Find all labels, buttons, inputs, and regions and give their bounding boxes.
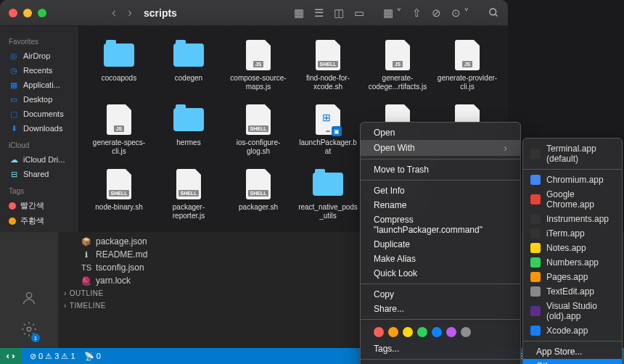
tag-row	[361, 323, 520, 342]
file-item[interactable]: JSgenerate-provider-cli.js	[432, 35, 502, 96]
menu-get-info[interactable]: Get Info	[361, 183, 520, 198]
file-icon: 🧶	[81, 276, 91, 286]
folder-icon	[173, 108, 204, 131]
account-icon[interactable]	[21, 290, 37, 310]
menu-duplicate[interactable]: Duplicate	[361, 237, 520, 252]
file-item[interactable]: SHELLnode-binary.sh	[84, 164, 154, 226]
file-item[interactable]: JScompose-source-maps.js	[223, 35, 293, 96]
app-numbers-app[interactable]: Numbers.app	[523, 255, 622, 270]
back-button[interactable]: ‹	[112, 5, 116, 20]
sidebar-item-shared[interactable]: ⊟Shared	[4, 167, 74, 181]
window-title: scripts	[144, 7, 177, 19]
sidebar-item-airdrop[interactable]: ◎AirDrop	[4, 49, 74, 63]
file-item[interactable]: JSgenerate-specs-cli.js	[84, 99, 154, 161]
cloud-icon: ☁	[9, 154, 19, 165]
file-item[interactable]: cocoapods	[84, 35, 154, 96]
document-icon: JS	[385, 40, 410, 70]
app-iterm-app[interactable]: iTerm.app	[523, 226, 622, 241]
app-notes-app[interactable]: Notes.app	[523, 241, 622, 255]
radio-status[interactable]: 📡 0	[84, 352, 101, 361]
file-item[interactable]: SHELLfind-node-for-xcode.sh	[293, 35, 363, 96]
sidebar-item-recents[interactable]: ◷Recents	[4, 63, 74, 78]
app-xcode-app[interactable]: Xcode.app	[523, 323, 622, 338]
sidebar-item-desktop[interactable]: ▭Desktop	[4, 92, 74, 107]
file-item[interactable]: codegen	[154, 35, 223, 96]
file-name: find-node-for-xcode.sh	[295, 73, 361, 92]
tag-item[interactable]: 주황색	[4, 213, 74, 228]
column-view-button[interactable]: ◫	[334, 7, 344, 20]
app-icon	[530, 214, 541, 224]
menu-rename[interactable]: Rename	[361, 198, 520, 212]
separator	[361, 284, 520, 284]
app-chromium-app[interactable]: Chromium.app	[523, 173, 622, 187]
maximize-button[interactable]	[38, 9, 46, 17]
remote-button[interactable]	[0, 348, 21, 364]
forward-button[interactable]: ›	[128, 5, 132, 20]
settings-icon[interactable]: 1	[21, 321, 37, 341]
folder-icon	[173, 44, 204, 67]
app-terminal-default[interactable]: Terminal.app (default)	[523, 141, 622, 166]
svg-point-2	[26, 293, 31, 298]
file-name: codegen	[173, 73, 205, 83]
menu-quick-look[interactable]: Quick Look	[361, 266, 520, 281]
file-name: cocoapods	[99, 73, 139, 83]
sidebar-item-documents[interactable]: ▢Documents	[4, 107, 74, 121]
more-icon[interactable]: ⊙ ˅	[451, 7, 469, 20]
list-view-button[interactable]: ☰	[314, 7, 324, 20]
menu-open-with[interactable]: Open With	[361, 140, 520, 156]
tag-icon[interactable]: ⊘	[432, 7, 441, 20]
file-item[interactable]: ⊞▣launchPackager.bat	[293, 99, 363, 161]
app-instruments-app[interactable]: Instruments.app	[523, 212, 622, 226]
folder-icon	[313, 173, 343, 196]
menu-move-to-trash[interactable]: Move to Trash	[361, 162, 520, 177]
tag-color[interactable]	[432, 327, 442, 337]
icon-view-button[interactable]: ▦	[294, 7, 304, 20]
tag-color[interactable]	[417, 327, 427, 337]
tag-color[interactable]	[403, 327, 413, 337]
sidebar-item-downloads[interactable]: ⬇Downloads	[4, 121, 74, 136]
menu-share-[interactable]: Share...	[361, 302, 520, 316]
file-item[interactable]: SHELLpackager.sh	[223, 164, 293, 226]
svg-point-0	[490, 9, 496, 15]
errors-status[interactable]: ⊘ 0 ⚠ 3 ⚠ 1	[30, 352, 75, 361]
app-icon	[530, 306, 541, 316]
search-icon[interactable]	[488, 7, 499, 18]
file-item[interactable]: hermes	[154, 99, 223, 161]
tag-color[interactable]	[374, 327, 384, 337]
share-icon[interactable]: ⇧	[412, 7, 422, 20]
minimize-button[interactable]	[23, 9, 32, 17]
tag-item[interactable]: 빨간색	[4, 198, 74, 213]
group-button[interactable]: ▦ ˅	[383, 7, 402, 20]
menu-other-[interactable]: Other...	[523, 359, 622, 364]
tag-color[interactable]	[446, 327, 456, 337]
app-visual-studio-old-app[interactable]: Visual Studio (old).app	[523, 299, 622, 323]
sidebar-item-icloud dri...[interactable]: ☁iCloud Dri...	[4, 152, 74, 167]
tag-dot-icon	[9, 202, 16, 210]
app-textedit-app[interactable]: TextEdit.app	[523, 284, 622, 299]
folder-icon: ⊟	[9, 169, 19, 179]
file-icon: TS	[81, 262, 91, 273]
app-google-chrome-app[interactable]: Google Chrome.app	[523, 187, 622, 212]
menu-open[interactable]: Open	[361, 125, 520, 140]
document-icon: SHELL	[176, 169, 201, 199]
menu-copy[interactable]: Copy	[361, 287, 520, 302]
gallery-view-button[interactable]: ▭	[354, 7, 364, 20]
sidebar-item-applicati...[interactable]: ▦Applicati...	[4, 78, 74, 92]
file-item[interactable]: SHELLpackager-reporter.js	[154, 164, 223, 226]
file-item[interactable]: SHELLios-configure-glog.sh	[223, 99, 293, 161]
menu-tags-[interactable]: Tags...	[361, 342, 520, 356]
app-pages-app[interactable]: Pages.app	[523, 270, 622, 284]
menu-app-store-[interactable]: App Store...	[523, 344, 622, 359]
file-item[interactable]: react_native_pods_utils	[293, 164, 363, 226]
menu-make-alias[interactable]: Make Alias	[361, 252, 520, 266]
chevron-right-icon: ›	[64, 289, 67, 297]
close-button[interactable]	[9, 9, 17, 17]
sidebar: Favorites ◎AirDrop◷Recents▦Applicati...▭…	[0, 26, 78, 232]
download-icon: ⬇	[9, 123, 19, 133]
separator	[361, 319, 520, 320]
tag-color[interactable]	[388, 327, 398, 337]
file-item[interactable]: JSgenerate-codege...rtifacts.js	[363, 35, 432, 96]
tags-header: Tags	[4, 184, 74, 198]
tag-color[interactable]	[461, 327, 471, 337]
menu-compress-launchpackager-command-[interactable]: Compress "launchPackager.command"	[361, 212, 520, 237]
